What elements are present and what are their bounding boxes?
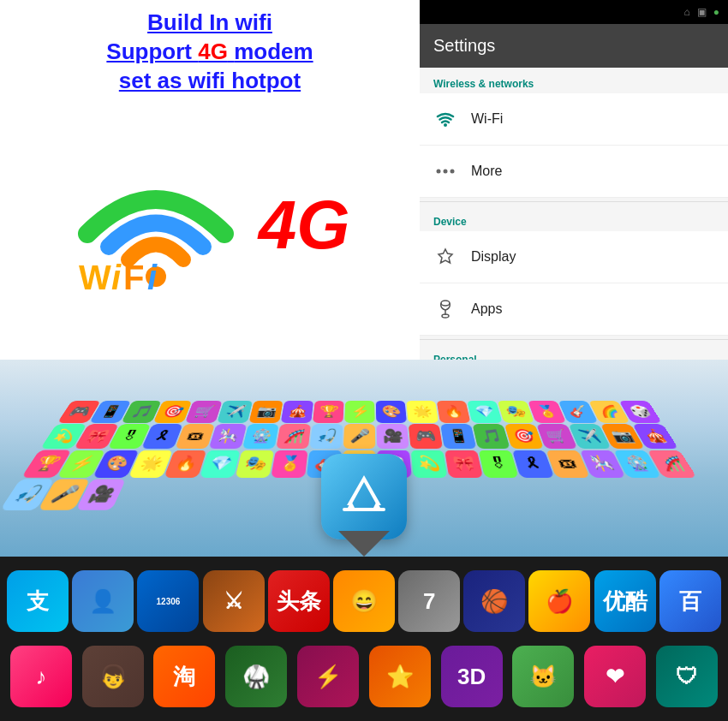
app-icon-cell: 🎀 [445, 450, 483, 478]
settings-item-wifi[interactable]: Wi-Fi [420, 93, 728, 146]
bottom-icon-alipay[interactable]: 支 [7, 570, 69, 632]
right-settings-panel: ⌂ ▣ ● Settings Wireless & networks Wi-Fi [420, 0, 728, 360]
wifi-settings-icon [433, 107, 457, 131]
wifi-area: W i F i 4G [17, 99, 403, 351]
wifi-icon: W i F i [70, 157, 242, 294]
app-icon-cell: 🎮 [409, 424, 443, 449]
arrow-down-icon [338, 531, 390, 557]
app-icon-cell: 📱 [440, 424, 476, 449]
bottom-icon-avatar[interactable]: 👦 [82, 646, 144, 707]
headline-line2: Support 4G modem [106, 39, 313, 64]
bottom-icon-toutiao[interactable]: 头条 [268, 570, 330, 632]
svg-marker-9 [439, 249, 452, 263]
svg-text:i: i [147, 259, 158, 294]
settings-title: Settings [420, 24, 728, 68]
app-icon-cell: 🔥 [437, 401, 471, 423]
headline-line3: set as wifi hotpot [119, 68, 301, 93]
section-header-personal: Personal [420, 343, 728, 360]
bottom-icon-3d[interactable]: 3D [441, 646, 503, 707]
svg-point-12 [442, 314, 449, 318]
bottom-icon-star[interactable]: ⭐ [369, 646, 431, 707]
divider-2 [420, 339, 728, 340]
home-icon: ⌂ [684, 6, 690, 18]
section-header-device: Device [420, 206, 728, 231]
headline-4g: 4G [198, 39, 228, 64]
status-bar: ⌂ ▣ ● [420, 0, 728, 24]
svg-point-6 [437, 170, 441, 174]
headline-line1: Build In wifi [147, 9, 272, 35]
display-label: Display [471, 249, 516, 265]
app-icon-cell: 🏅 [271, 450, 307, 478]
svg-text:F: F [123, 259, 144, 294]
app-icon-cell: 🌟 [406, 401, 439, 423]
svg-text:i: i [111, 259, 122, 294]
bottom-icon-ios7[interactable]: 7 [398, 570, 460, 632]
bottom-icon-cartoon[interactable]: 😄 [333, 570, 395, 632]
layers-icon: ▣ [697, 6, 707, 18]
top-section: Build In wifi Support 4G modem set as wi… [0, 0, 728, 360]
bottom-icon-nba[interactable]: 🏀 [463, 570, 525, 632]
divider-1 [420, 201, 728, 202]
bottom-icon-love[interactable]: ❤ [584, 646, 646, 707]
svg-text:W: W [79, 259, 111, 294]
bottom-app-bar: 支👤12306⚔头条😄7🏀🍎优酷百 ♪👦淘🥋⚡⭐3D🐱❤🛡 [0, 557, 728, 721]
bottom-row-2: ♪👦淘🥋⚡⭐3D🐱❤🛡 [5, 646, 723, 707]
middle-collage: 🎮📱🎵🎯🛒✈️📷🎪🏆⚡🎨🌟🔥💎🎭🏅🎸🌈🎲💫🎀🎖🎗🎟🎠🎡🎢🎣🎤🎥🎮📱🎵🎯🛒✈️📷🎪… [0, 360, 728, 557]
headline: Build In wifi Support 4G modem set as wi… [106, 9, 313, 95]
signal-icon: ● [713, 6, 719, 18]
app-icon-cell: 💎 [467, 401, 503, 423]
apps-icon [433, 297, 457, 321]
app-icon-cell: 🎵 [472, 424, 510, 449]
left-ad-panel: Build In wifi Support 4G modem set as wi… [0, 0, 420, 360]
bottom-icon-shield[interactable]: 🛡 [656, 646, 718, 707]
fourG-label: 4G [259, 186, 350, 265]
bottom-icon-12306[interactable]: 12306 [137, 570, 199, 632]
settings-item-apps[interactable]: Apps [420, 283, 728, 336]
app-icon-cell: 📷 [248, 401, 283, 423]
settings-item-display[interactable]: Display [420, 231, 728, 283]
bottom-icon-game1[interactable]: ⚔ [203, 570, 265, 632]
bottom-icon-taobao[interactable]: 淘 [153, 646, 215, 707]
bottom-icon-fruit[interactable]: 🍎 [528, 570, 590, 632]
more-label: More [471, 164, 502, 179]
app-icon-cell: 🎪 [281, 401, 314, 423]
app-icon-cell: 🎢 [276, 424, 311, 449]
svg-point-8 [451, 170, 455, 174]
apps-label: Apps [471, 301, 502, 317]
app-icon-cell: 💎 [200, 450, 241, 478]
app-icon-cell: 🎨 [376, 401, 407, 423]
bottom-icon-person[interactable]: 👤 [72, 570, 134, 632]
bottom-icon-baidu[interactable]: 百 [659, 570, 721, 632]
bottom-row-1: 支👤12306⚔头条😄7🏀🍎优酷百 [5, 570, 723, 632]
app-store-logo [321, 454, 407, 539]
headline-modem: modem [234, 39, 313, 64]
app-icon-cell: 🎠 [209, 424, 248, 449]
app-icon-cell: 🏆 [313, 401, 344, 423]
app-icon-cell: 🎥 [376, 424, 409, 449]
bottom-icon-youku[interactable]: 优酷 [594, 570, 656, 632]
settings-item-more[interactable]: More [420, 146, 728, 198]
app-icon-cell: 🎡 [242, 424, 279, 449]
headline-support: Support [106, 39, 198, 64]
settings-panel: Settings Wireless & networks Wi-Fi [420, 24, 728, 360]
svg-point-10 [441, 301, 450, 306]
bottom-icon-music[interactable]: ♪ [10, 646, 72, 707]
bottom-icon-game3[interactable]: ⚡ [297, 646, 359, 707]
bottom-icon-game2[interactable]: 🥋 [225, 646, 287, 707]
more-dots-icon [433, 159, 457, 183]
bottom-icon-talking[interactable]: 🐱 [512, 646, 574, 707]
app-icon-cell: 🎤 [343, 424, 376, 449]
display-icon [433, 245, 457, 269]
svg-point-5 [444, 123, 447, 127]
wifi-label: Wi-Fi [471, 111, 503, 127]
app-icon-cell: 💫 [411, 450, 448, 478]
app-icon-cell: 🎭 [236, 450, 275, 478]
section-header-wireless: Wireless & networks [420, 68, 728, 93]
app-collage-bg: 🎮📱🎵🎯🛒✈️📷🎪🏆⚡🎨🌟🔥💎🎭🏅🎸🌈🎲💫🎀🎖🎗🎟🎠🎡🎢🎣🎤🎥🎮📱🎵🎯🛒✈️📷🎪… [0, 360, 728, 557]
app-icon-cell: ✈️ [217, 401, 253, 423]
app-icon-cell: ⚡ [344, 401, 375, 423]
svg-point-7 [444, 170, 448, 174]
app-icon-cell: 🎣 [310, 424, 343, 449]
